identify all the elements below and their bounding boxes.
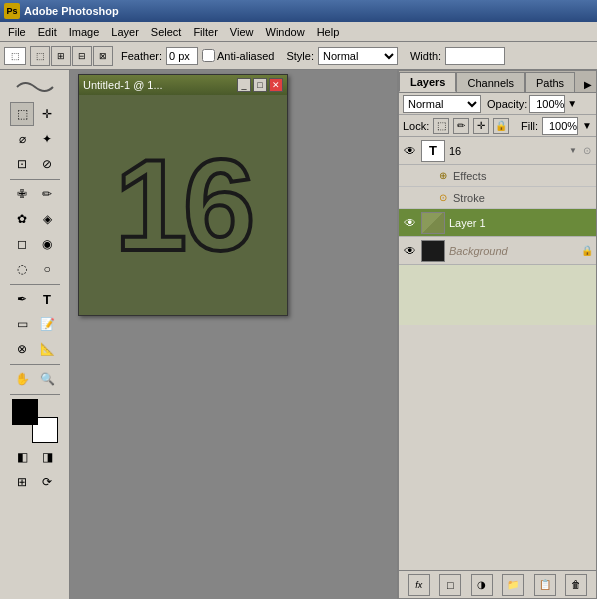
eyedropper-tool-btn[interactable]: ⊗	[10, 337, 34, 361]
menu-window[interactable]: Window	[260, 24, 311, 40]
fill-arrow[interactable]: ▼	[582, 120, 592, 131]
doc-minimize-btn[interactable]: _	[237, 78, 251, 92]
zoom-tool-btn[interactable]: 🔍	[35, 367, 59, 391]
width-input[interactable]	[445, 47, 505, 65]
crop-tool-btn[interactable]: ⊡	[10, 152, 34, 176]
history-tool-btn[interactable]: ◈	[35, 207, 59, 231]
eraser-tool-btn[interactable]: ◻	[10, 232, 34, 256]
panel-tabs: Layers Channels Paths ▶	[399, 71, 596, 93]
lock-all-btn[interactable]: 🔒	[493, 118, 509, 134]
layer-name-16: 16	[447, 145, 566, 157]
healing-tool-btn[interactable]: ✙	[10, 182, 34, 206]
notes-tool-btn[interactable]: 📝	[35, 312, 59, 336]
tool-row-4: ✙ ✏	[10, 182, 59, 206]
selection-mode-group: ⬚ ⊞ ⊟ ⊠	[30, 46, 113, 66]
shape-tool-btn[interactable]: ▭	[10, 312, 34, 336]
intersect-selection-btn[interactable]: ⊠	[93, 46, 113, 66]
menu-view[interactable]: View	[224, 24, 260, 40]
fill-input[interactable]	[542, 117, 578, 135]
tool-row-3: ⊡ ⊘	[10, 152, 59, 176]
marquee-tool-btn[interactable]: ⬚	[10, 102, 34, 126]
main-area: ⬚ ✛ ⌀ ✦ ⊡ ⊘ ✙ ✏ ✿ ◈ ◻ ◉ ◌ ○ ✒	[0, 70, 597, 599]
menu-edit[interactable]: Edit	[32, 24, 63, 40]
screen-mode-btn[interactable]: ⊞	[10, 470, 34, 494]
clone-tool-btn[interactable]: ✿	[10, 207, 34, 231]
blur-tool-btn[interactable]: ◌	[10, 257, 34, 281]
move-tool-btn[interactable]: ✛	[35, 102, 59, 126]
style-select[interactable]: Normal Fixed Ratio Fixed Size	[318, 47, 398, 65]
anti-alias-label: Anti-aliased	[202, 49, 274, 62]
canvas-area: Untitled-1 @ 1... _ □ ✕ 16	[70, 70, 397, 599]
quick-mask-btn[interactable]: ◧	[10, 445, 34, 469]
feather-label: Feather:	[121, 50, 162, 62]
layer-vis-bg[interactable]: 👁	[401, 242, 419, 260]
opacity-label: Opacity:	[487, 98, 527, 110]
subtract-selection-btn[interactable]: ⊟	[72, 46, 92, 66]
menu-file[interactable]: File	[2, 24, 32, 40]
blend-mode-select[interactable]: Normal Dissolve Multiply	[403, 95, 481, 113]
layer-thumb-bg	[421, 240, 445, 262]
tab-paths[interactable]: Paths	[525, 72, 575, 92]
fill-tool-btn[interactable]: ◉	[35, 232, 59, 256]
lock-transparent-btn[interactable]: ⬚	[433, 118, 449, 134]
marquee-shape-btn[interactable]: ⬚	[4, 47, 26, 65]
magic-wand-tool-btn[interactable]: ✦	[35, 127, 59, 151]
new-selection-btn[interactable]: ⬚	[30, 46, 50, 66]
lock-pixels-btn[interactable]: ✏	[453, 118, 469, 134]
document-buttons: _ □ ✕	[237, 78, 283, 92]
brush-preview	[10, 74, 60, 100]
menu-layer[interactable]: Layer	[105, 24, 145, 40]
panel-footer: fx □ ◑ 📁 📋 🗑	[399, 570, 596, 598]
standard-mode-btn[interactable]: ◨	[35, 445, 59, 469]
toolbox: ⬚ ✛ ⌀ ✦ ⊡ ⊘ ✙ ✏ ✿ ◈ ◻ ◉ ◌ ○ ✒	[0, 70, 70, 599]
fill-label: Fill:	[521, 120, 538, 132]
effects-label: Effects	[453, 170, 486, 182]
layer-name-bg: Background	[447, 245, 580, 257]
layer-vis-layer1[interactable]: 👁	[401, 214, 419, 232]
new-layer-btn[interactable]: 📋	[534, 574, 556, 596]
layer-row-layer1[interactable]: 👁 Layer 1	[399, 209, 596, 237]
menu-help[interactable]: Help	[311, 24, 346, 40]
hand-tool-btn[interactable]: ✋	[10, 367, 34, 391]
lasso-tool-btn[interactable]: ⌀	[10, 127, 34, 151]
cs-btn[interactable]: ⟳	[35, 470, 59, 494]
brush-tool-btn[interactable]: ✏	[35, 182, 59, 206]
tool-row-10: ⊗ 📐	[10, 337, 59, 361]
tab-layers[interactable]: Layers	[399, 72, 456, 92]
layer-style-btn[interactable]: fx	[408, 574, 430, 596]
menu-bar: File Edit Image Layer Select Filter View…	[0, 22, 597, 42]
dodge-tool-btn[interactable]: ○	[35, 257, 59, 281]
delete-layer-btn[interactable]: 🗑	[565, 574, 587, 596]
layer-mask-btn[interactable]: □	[439, 574, 461, 596]
tool-row-9: ▭ 📝	[10, 312, 59, 336]
lock-position-btn[interactable]: ✛	[473, 118, 489, 134]
type-tool-btn[interactable]: T	[35, 287, 59, 311]
menu-image[interactable]: Image	[63, 24, 106, 40]
document-window: Untitled-1 @ 1... _ □ ✕ 16	[78, 74, 288, 316]
layer-smart-badge-16: ⊙	[580, 144, 594, 158]
path-tool-btn[interactable]: ✒	[10, 287, 34, 311]
doc-close-btn[interactable]: ✕	[269, 78, 283, 92]
layer-row-background[interactable]: 👁 Background 🔒	[399, 237, 596, 265]
menu-select[interactable]: Select	[145, 24, 188, 40]
layer-adjust-btn[interactable]: ◑	[471, 574, 493, 596]
menu-filter[interactable]: Filter	[187, 24, 223, 40]
opacity-arrow[interactable]: ▼	[567, 98, 577, 109]
foreground-color-swatch[interactable]	[12, 399, 38, 425]
tool-separator-4	[10, 394, 60, 395]
add-selection-btn[interactable]: ⊞	[51, 46, 71, 66]
layer-vis-16[interactable]: 👁	[401, 142, 419, 160]
measure-tool-btn[interactable]: 📐	[35, 337, 59, 361]
opacity-input[interactable]	[529, 95, 565, 113]
feather-input[interactable]	[166, 47, 198, 65]
panel-menu-btn[interactable]: ▶	[580, 77, 596, 92]
tool-separator-3	[10, 364, 60, 365]
layer-group-btn[interactable]: 📁	[502, 574, 524, 596]
doc-restore-btn[interactable]: □	[253, 78, 267, 92]
slice-tool-btn[interactable]: ⊘	[35, 152, 59, 176]
tool-row-12: ◧ ◨	[10, 445, 59, 469]
layer-empty-space	[399, 265, 596, 325]
layer-row-text-16[interactable]: 👁 T 16 ▼ ⊙	[399, 137, 596, 165]
anti-alias-checkbox[interactable]	[202, 49, 215, 62]
tab-channels[interactable]: Channels	[456, 72, 524, 92]
